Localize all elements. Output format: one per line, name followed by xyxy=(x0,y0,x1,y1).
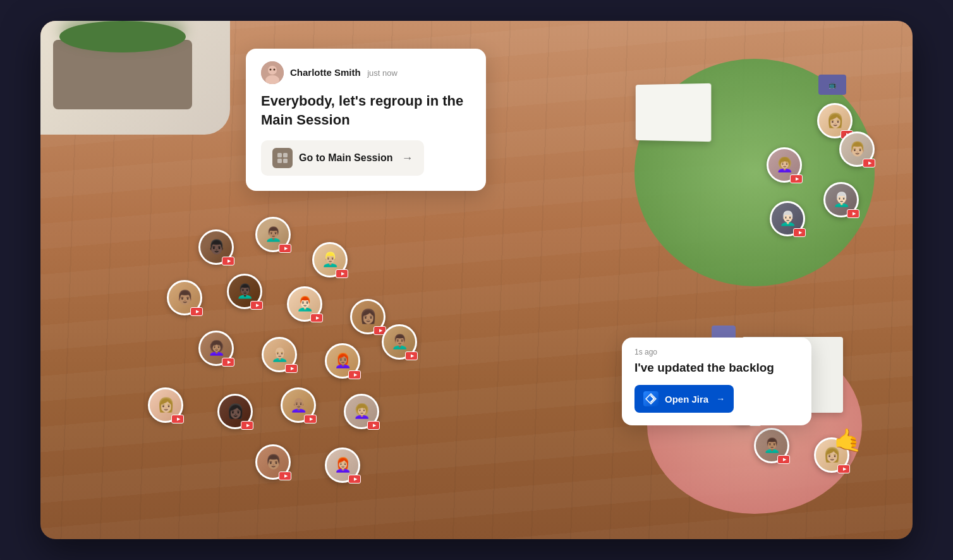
person-avatar: 👩🏼‍🦰 xyxy=(325,447,360,483)
camera-icon xyxy=(348,475,361,484)
person-avatar: 👨🏻‍🦳 xyxy=(823,182,859,217)
person-avatar: 👨🏼‍🦲 xyxy=(262,337,297,372)
person-avatar: 👨🏿‍🦱 xyxy=(227,274,262,309)
notification-message: Everybody, let's regroup in the Main Ses… xyxy=(261,92,471,129)
person-avatar: 👨🏽‍🦱 xyxy=(255,217,291,252)
notification-card-main-session: Charlotte Smith just now Everybody, let'… xyxy=(246,49,486,191)
notification-time-2: 1s ago xyxy=(634,348,799,356)
camera-icon xyxy=(241,421,253,430)
notification-time: just now xyxy=(367,68,398,78)
go-to-main-session-button[interactable]: Go to Main Session → xyxy=(261,140,424,176)
svg-rect-6 xyxy=(283,153,288,157)
person-avatar: 👩🏼 xyxy=(148,387,183,423)
person-avatar: 👩🏼‍🦱 xyxy=(767,147,802,183)
person-avatar: 👱🏼‍♂️ xyxy=(312,242,348,277)
camera-icon xyxy=(790,174,803,183)
session-icon xyxy=(272,148,293,168)
open-jira-button[interactable]: Open Jira → xyxy=(634,385,734,413)
wall-area xyxy=(40,21,230,135)
person-avatar: 👩🏽‍🦰 xyxy=(325,343,360,379)
camera-icon xyxy=(222,257,234,265)
svg-rect-7 xyxy=(277,159,282,163)
jira-arrow: → xyxy=(716,394,725,404)
notification-card-jira: 1s ago I've updated the backlog Open Jir… xyxy=(622,338,811,425)
notification-message-2: I've updated the backlog xyxy=(634,360,799,376)
cta-arrow: → xyxy=(401,152,413,165)
person-avatar: 👨🏽‍🦱 xyxy=(754,428,789,463)
camera-icon xyxy=(405,351,418,360)
camera-icon xyxy=(793,228,806,237)
jira-logo xyxy=(643,391,659,406)
person-avatar: 👨🏿 xyxy=(198,229,234,265)
cta-label: Go to Main Session xyxy=(299,152,392,164)
notification-header: Charlotte Smith just now xyxy=(261,61,471,84)
person-avatar: 👨🏽‍🦱 xyxy=(382,324,417,360)
person-avatar: 👩🏿 xyxy=(217,394,253,429)
person-avatar: 👩🏼 xyxy=(817,103,853,138)
person-avatar: 👩🏽 xyxy=(350,299,385,334)
svg-rect-8 xyxy=(283,159,288,163)
scene-container: 📺 👨🏿 👨🏽‍🦱 👱🏼‍♂️ 👨🏽 👨🏿‍🦱 👨🏻‍🦰 👩🏽 👩🏽‍🦱 xyxy=(40,21,913,539)
camera-icon xyxy=(777,455,790,464)
camera-icon xyxy=(367,421,380,430)
svg-point-1 xyxy=(268,66,277,75)
person-avatar: 👩🏽‍🦲 xyxy=(281,387,316,423)
camera-icon xyxy=(847,209,859,218)
person-avatar: 👨🏻‍🦰 xyxy=(287,286,322,322)
tablet-device-1: 📺 xyxy=(818,75,846,95)
author-avatar xyxy=(261,61,284,84)
emoji-reaction: 🤙 xyxy=(834,427,862,454)
camera-icon xyxy=(190,307,203,316)
svg-point-3 xyxy=(270,69,272,71)
camera-icon xyxy=(348,370,361,379)
person-avatar: 👩🏽‍🦱 xyxy=(198,331,234,366)
svg-point-4 xyxy=(274,69,276,71)
camera-icon xyxy=(837,465,850,473)
camera-icon xyxy=(250,301,263,310)
person-avatar: 👨🏽 xyxy=(167,280,202,315)
camera-icon xyxy=(222,358,234,367)
camera-icon xyxy=(310,313,323,322)
camera-icon xyxy=(279,472,291,480)
person-avatar: 👩🏼‍🦱 xyxy=(344,394,379,429)
camera-icon xyxy=(279,244,291,253)
svg-rect-5 xyxy=(277,153,282,157)
person-avatar: 👨🏽 xyxy=(255,444,291,480)
person-avatar: 👨🏻‍🦳 xyxy=(770,201,805,236)
camera-icon xyxy=(285,364,298,373)
camera-icon xyxy=(171,415,184,423)
camera-icon xyxy=(336,269,348,278)
author-name: Charlotte Smith xyxy=(290,67,361,78)
plant-decoration xyxy=(53,40,192,109)
whiteboard-top xyxy=(636,83,712,142)
camera-icon xyxy=(304,415,317,423)
person-avatar: 👨🏼 xyxy=(839,131,875,167)
camera-icon xyxy=(863,159,875,167)
jira-label: Open Jira xyxy=(665,394,708,405)
